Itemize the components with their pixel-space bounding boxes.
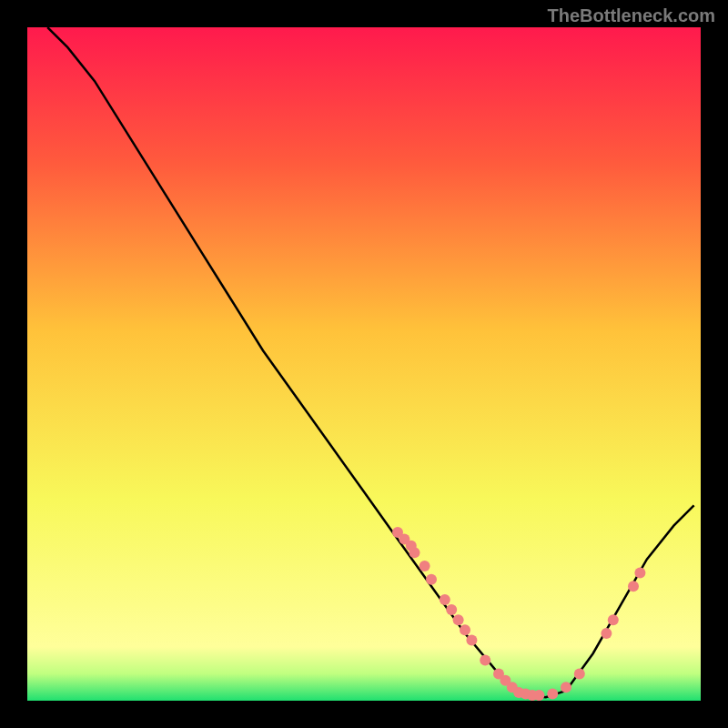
data-point xyxy=(426,574,437,585)
watermark-text: TheBottleneck.com xyxy=(548,5,715,26)
data-point xyxy=(460,624,470,635)
data-point xyxy=(480,655,490,666)
data-point xyxy=(601,628,612,639)
chart-plot-area xyxy=(27,27,701,701)
data-point xyxy=(561,682,571,693)
data-point xyxy=(466,634,477,645)
data-point xyxy=(547,689,558,700)
gradient-background xyxy=(27,27,701,701)
data-point xyxy=(628,581,639,592)
data-point xyxy=(420,561,430,571)
data-point xyxy=(446,604,457,615)
data-point xyxy=(440,594,450,605)
chart-svg xyxy=(27,27,701,701)
data-point xyxy=(574,668,585,679)
data-point xyxy=(410,547,420,558)
data-point xyxy=(453,614,464,625)
data-point xyxy=(608,614,619,625)
data-point xyxy=(634,567,645,578)
data-point xyxy=(533,690,544,701)
